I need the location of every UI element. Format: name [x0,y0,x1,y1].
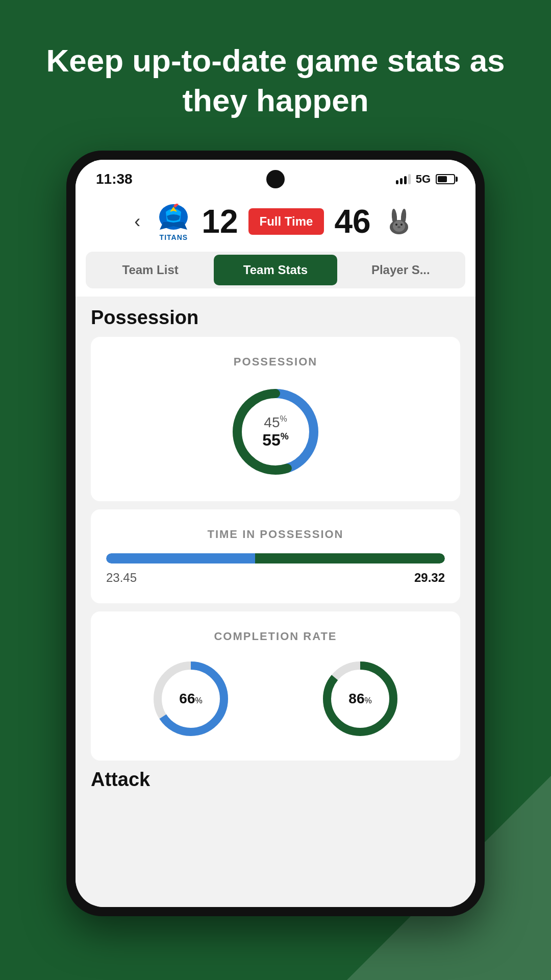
status-time: 11:38 [96,171,133,187]
svg-point-8 [395,224,397,226]
possession-donut: 45% 55% [224,381,327,483]
completion-rate-card: COMPLETION RATE 66% [91,611,460,761]
svg-point-10 [397,226,400,228]
tab-team-stats[interactable]: Team Stats [214,255,337,285]
time-team2-val: 29.32 [414,571,445,585]
team1-completion-val: 66% [179,691,202,707]
content-area: Possession POSSESSION [76,297,475,907]
network-type: 5G [416,173,431,186]
back-button[interactable]: ‹ [134,211,140,232]
possession-label: POSSESSION [106,355,445,369]
time-possession-label: TIME IN POSSESSION [106,528,445,541]
away-score: 46 [334,203,370,240]
titans-helmet-icon [156,202,191,232]
camera-notch [266,170,285,188]
page-headline: Keep up-to-date game stats as they happe… [0,0,551,151]
home-team-logo: TITANS [156,202,191,241]
time-possession-card: TIME IN POSSESSION 23.45 29.32 [91,509,460,603]
time-possession-bar: 23.45 29.32 [106,553,445,585]
match-header: ‹ TITANS 12 Full Time [76,192,475,252]
completion-rate-label: COMPLETION RATE [106,630,445,643]
phone-mockup: 11:38 5G ‹ [66,151,485,916]
home-team-name: TITANS [160,233,188,241]
tab-player-stats[interactable]: Player S... [339,255,462,285]
team2-completion-donut: 86% [317,655,404,742]
tab-team-list[interactable]: Team List [89,255,212,285]
signal-bars-icon [396,174,411,184]
team1-possession-pct: 45% [262,414,289,431]
completion-donuts: 66% 86% [106,655,445,742]
svg-point-9 [400,224,403,226]
attack-section-title: Attack [91,769,460,791]
battery-icon [436,174,455,184]
possession-section-title: Possession [91,307,460,329]
phone-screen: 11:38 5G ‹ [76,160,475,907]
time-team1-val: 23.45 [106,571,137,585]
match-status-badge: Full Time [248,208,324,235]
possession-card: POSSESSION 45% [91,337,460,501]
tabs-row: Team List Team Stats Player S... [86,252,465,288]
away-team-logo [381,208,417,236]
rabbitohs-bunny-icon [381,208,417,236]
team2-possession-pct: 55% [262,431,289,450]
team2-completion-val: 86% [348,691,371,707]
status-right: 5G [396,173,455,186]
team1-completion-donut: 66% [147,655,234,742]
tabs-container: Team List Team Stats Player S... [76,252,475,297]
possession-values: 45% 55% [262,414,289,450]
home-score: 12 [202,203,238,240]
